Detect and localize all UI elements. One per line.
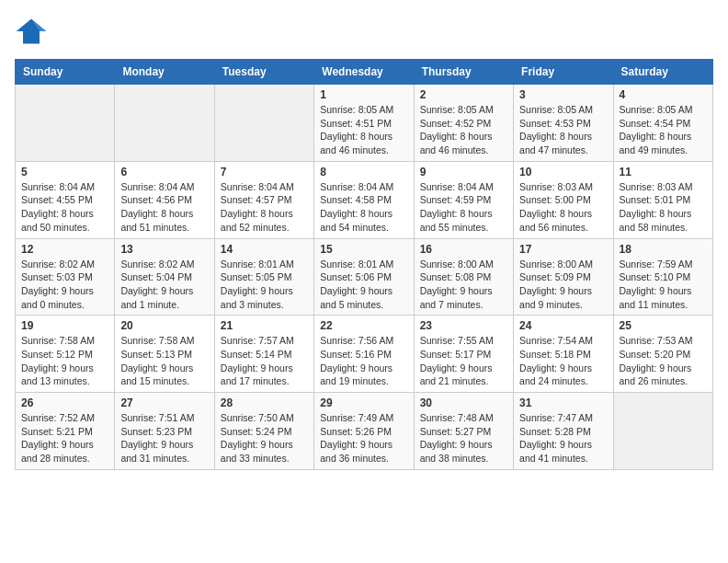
day-number: 16 xyxy=(420,243,507,256)
week-row-4: 19Sunrise: 7:58 AM Sunset: 5:12 PM Dayli… xyxy=(16,316,713,393)
day-info: Sunrise: 7:50 AM Sunset: 5:24 PM Dayligh… xyxy=(221,411,308,465)
day-number: 6 xyxy=(120,166,208,178)
calendar-cell xyxy=(214,85,313,162)
day-number: 18 xyxy=(620,243,707,256)
calendar-cell: 13Sunrise: 8:02 AM Sunset: 5:04 PM Dayli… xyxy=(115,238,214,316)
day-info: Sunrise: 8:02 AM Sunset: 5:04 PM Dayligh… xyxy=(120,258,208,312)
logo-icon xyxy=(15,15,48,48)
day-number: 28 xyxy=(221,396,308,409)
week-row-5: 26Sunrise: 7:52 AM Sunset: 5:21 PM Dayli… xyxy=(16,393,713,470)
day-info: Sunrise: 8:00 AM Sunset: 5:08 PM Dayligh… xyxy=(420,258,507,312)
day-info: Sunrise: 8:00 AM Sunset: 5:09 PM Dayligh… xyxy=(519,258,607,312)
day-info: Sunrise: 8:05 AM Sunset: 4:53 PM Dayligh… xyxy=(519,103,607,157)
day-number: 29 xyxy=(320,396,407,409)
day-number: 25 xyxy=(620,319,707,332)
day-info: Sunrise: 7:52 AM Sunset: 5:21 PM Dayligh… xyxy=(21,411,108,465)
calendar-cell xyxy=(115,85,214,162)
day-number: 7 xyxy=(221,166,308,178)
week-row-2: 5Sunrise: 8:04 AM Sunset: 4:55 PM Daylig… xyxy=(16,161,713,238)
day-info: Sunrise: 8:02 AM Sunset: 5:03 PM Dayligh… xyxy=(21,258,108,312)
calendar-cell: 9Sunrise: 8:04 AM Sunset: 4:59 PM Daylig… xyxy=(414,161,513,238)
calendar-cell: 24Sunrise: 7:54 AM Sunset: 5:18 PM Dayli… xyxy=(514,316,613,393)
day-info: Sunrise: 8:04 AM Sunset: 4:57 PM Dayligh… xyxy=(221,180,308,235)
day-info: Sunrise: 8:03 AM Sunset: 5:00 PM Dayligh… xyxy=(519,180,607,235)
day-info: Sunrise: 8:05 AM Sunset: 4:52 PM Dayligh… xyxy=(420,103,507,157)
calendar-cell: 6Sunrise: 8:04 AM Sunset: 4:56 PM Daylig… xyxy=(115,161,214,238)
day-info: Sunrise: 7:58 AM Sunset: 5:13 PM Dayligh… xyxy=(120,334,208,388)
calendar-cell: 31Sunrise: 7:47 AM Sunset: 5:28 PM Dayli… xyxy=(514,393,613,470)
day-number: 20 xyxy=(120,319,208,332)
calendar-cell: 18Sunrise: 7:59 AM Sunset: 5:10 PM Dayli… xyxy=(613,238,712,316)
day-number: 30 xyxy=(420,396,507,409)
calendar-cell: 16Sunrise: 8:00 AM Sunset: 5:08 PM Dayli… xyxy=(414,238,513,316)
day-number: 31 xyxy=(519,396,607,409)
calendar-cell: 14Sunrise: 8:01 AM Sunset: 5:05 PM Dayli… xyxy=(214,238,313,316)
day-info: Sunrise: 7:56 AM Sunset: 5:16 PM Dayligh… xyxy=(320,334,407,388)
day-info: Sunrise: 7:58 AM Sunset: 5:12 PM Dayligh… xyxy=(21,334,108,388)
day-info: Sunrise: 7:48 AM Sunset: 5:27 PM Dayligh… xyxy=(420,411,507,465)
day-number: 14 xyxy=(221,243,308,256)
calendar-cell: 11Sunrise: 8:03 AM Sunset: 5:01 PM Dayli… xyxy=(613,161,712,238)
day-number: 4 xyxy=(620,88,707,101)
day-info: Sunrise: 7:53 AM Sunset: 5:20 PM Dayligh… xyxy=(620,334,707,388)
day-number: 27 xyxy=(120,396,208,409)
day-info: Sunrise: 8:05 AM Sunset: 4:51 PM Dayligh… xyxy=(320,103,407,157)
day-number: 15 xyxy=(320,243,407,256)
day-info: Sunrise: 7:55 AM Sunset: 5:17 PM Dayligh… xyxy=(420,334,507,388)
day-number: 12 xyxy=(21,243,108,256)
day-number: 2 xyxy=(420,88,507,101)
day-info: Sunrise: 7:57 AM Sunset: 5:14 PM Dayligh… xyxy=(221,334,308,388)
calendar-cell xyxy=(613,393,712,470)
calendar-cell: 2Sunrise: 8:05 AM Sunset: 4:52 PM Daylig… xyxy=(414,85,513,162)
calendar-cell: 5Sunrise: 8:04 AM Sunset: 4:55 PM Daylig… xyxy=(16,161,115,238)
calendar-cell: 26Sunrise: 7:52 AM Sunset: 5:21 PM Dayli… xyxy=(16,393,115,470)
day-number: 5 xyxy=(21,166,108,178)
day-number: 9 xyxy=(420,166,507,178)
calendar-cell: 28Sunrise: 7:50 AM Sunset: 5:24 PM Dayli… xyxy=(214,393,313,470)
calendar-cell: 12Sunrise: 8:02 AM Sunset: 5:03 PM Dayli… xyxy=(16,238,115,316)
calendar-cell: 8Sunrise: 8:04 AM Sunset: 4:58 PM Daylig… xyxy=(314,161,414,238)
calendar-cell: 30Sunrise: 7:48 AM Sunset: 5:27 PM Dayli… xyxy=(414,393,513,470)
day-number: 13 xyxy=(120,243,208,256)
day-number: 22 xyxy=(320,319,407,332)
day-number: 21 xyxy=(221,319,308,332)
calendar-cell: 10Sunrise: 8:03 AM Sunset: 5:00 PM Dayli… xyxy=(514,161,613,238)
weekday-header-friday: Friday xyxy=(514,60,613,85)
day-number: 17 xyxy=(519,243,607,256)
day-number: 8 xyxy=(320,166,407,178)
calendar-cell xyxy=(16,85,115,162)
day-info: Sunrise: 8:04 AM Sunset: 4:56 PM Dayligh… xyxy=(120,180,208,235)
calendar-cell: 1Sunrise: 8:05 AM Sunset: 4:51 PM Daylig… xyxy=(314,85,414,162)
calendar-cell: 15Sunrise: 8:01 AM Sunset: 5:06 PM Dayli… xyxy=(314,238,414,316)
weekday-header-wednesday: Wednesday xyxy=(314,60,414,85)
weekday-header-saturday: Saturday xyxy=(613,60,712,85)
weekday-header-thursday: Thursday xyxy=(414,60,513,85)
calendar-cell: 25Sunrise: 7:53 AM Sunset: 5:20 PM Dayli… xyxy=(613,316,712,393)
day-info: Sunrise: 7:54 AM Sunset: 5:18 PM Dayligh… xyxy=(519,334,607,388)
day-info: Sunrise: 8:03 AM Sunset: 5:01 PM Dayligh… xyxy=(620,180,707,235)
calendar-cell: 22Sunrise: 7:56 AM Sunset: 5:16 PM Dayli… xyxy=(314,316,414,393)
day-info: Sunrise: 8:04 AM Sunset: 4:55 PM Dayligh… xyxy=(21,180,108,235)
logo xyxy=(15,15,53,48)
day-info: Sunrise: 7:51 AM Sunset: 5:23 PM Dayligh… xyxy=(120,411,208,465)
day-info: Sunrise: 8:04 AM Sunset: 4:58 PM Dayligh… xyxy=(320,180,407,235)
calendar-cell: 19Sunrise: 7:58 AM Sunset: 5:12 PM Dayli… xyxy=(16,316,115,393)
weekday-header-row: SundayMondayTuesdayWednesdayThursdayFrid… xyxy=(16,60,713,85)
day-number: 1 xyxy=(320,88,407,101)
calendar-cell: 17Sunrise: 8:00 AM Sunset: 5:09 PM Dayli… xyxy=(514,238,613,316)
day-info: Sunrise: 7:59 AM Sunset: 5:10 PM Dayligh… xyxy=(620,258,707,312)
day-info: Sunrise: 8:04 AM Sunset: 4:59 PM Dayligh… xyxy=(420,180,507,235)
day-number: 26 xyxy=(21,396,108,409)
day-number: 3 xyxy=(519,88,607,101)
day-number: 24 xyxy=(519,319,607,332)
day-number: 10 xyxy=(519,166,607,178)
day-number: 11 xyxy=(620,166,707,178)
week-row-1: 1Sunrise: 8:05 AM Sunset: 4:51 PM Daylig… xyxy=(16,85,713,162)
weekday-header-monday: Monday xyxy=(115,60,214,85)
calendar-cell: 3Sunrise: 8:05 AM Sunset: 4:53 PM Daylig… xyxy=(514,85,613,162)
day-number: 23 xyxy=(420,319,507,332)
day-info: Sunrise: 7:47 AM Sunset: 5:28 PM Dayligh… xyxy=(519,411,607,465)
day-number: 19 xyxy=(21,319,108,332)
weekday-header-sunday: Sunday xyxy=(16,60,115,85)
calendar-cell: 21Sunrise: 7:57 AM Sunset: 5:14 PM Dayli… xyxy=(214,316,313,393)
